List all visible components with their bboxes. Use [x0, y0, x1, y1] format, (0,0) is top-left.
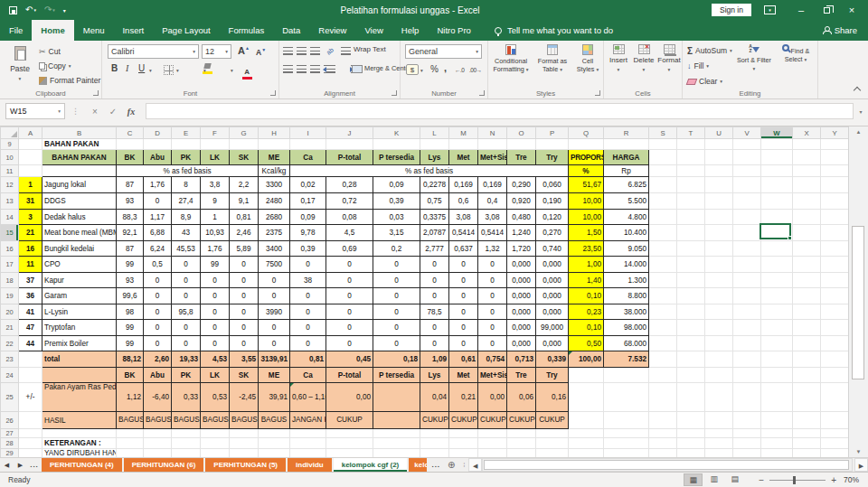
column-header-R[interactable]: R: [604, 127, 649, 139]
cell-S21[interactable]: [649, 320, 677, 336]
cell-D27[interactable]: [144, 429, 172, 438]
cell-Y15[interactable]: [821, 225, 849, 241]
cell-D12[interactable]: 1,76: [144, 177, 172, 193]
cell-F25[interactable]: 0,53: [201, 383, 230, 412]
cell-L17[interactable]: 0: [420, 257, 449, 273]
cell-M16[interactable]: 0,637: [449, 241, 478, 257]
cell-G29[interactable]: [230, 449, 259, 458]
column-header-D[interactable]: D: [144, 127, 172, 139]
cell-V16[interactable]: [733, 241, 761, 257]
borders-icon[interactable]: [164, 65, 174, 75]
cell-C24[interactable]: BK: [117, 368, 144, 383]
cell-Q21[interactable]: 0,10: [569, 320, 604, 336]
cell-T11[interactable]: [677, 165, 705, 177]
cell-C19[interactable]: 99,6: [117, 288, 144, 304]
sheet-overflow-left[interactable]: ...: [27, 458, 42, 472]
cell-O28[interactable]: [507, 438, 536, 449]
ribbon-tab-help[interactable]: Help: [392, 20, 429, 41]
number-format-select[interactable]: General▾: [405, 44, 482, 59]
cell-E17[interactable]: 0: [172, 257, 201, 273]
zoom-level[interactable]: 70%: [844, 475, 868, 484]
sheet-tab-individu[interactable]: individu: [288, 458, 332, 472]
cell-L9[interactable]: [420, 139, 449, 150]
cell-F28[interactable]: [201, 438, 230, 449]
cell-Y16[interactable]: [821, 241, 849, 257]
cell-Q17[interactable]: 1,00: [569, 257, 604, 273]
cell-O14[interactable]: 0,480: [507, 210, 536, 225]
cell-Q13[interactable]: 10,00: [569, 193, 604, 210]
cell-C15[interactable]: 92,1: [117, 225, 144, 241]
ribbon-tab-view[interactable]: View: [355, 20, 392, 41]
merge-center-icon[interactable]: [352, 65, 363, 73]
cell-N26[interactable]: CUKUP: [478, 412, 507, 429]
percent-style-button[interactable]: %: [430, 64, 439, 74]
cell-I28[interactable]: [290, 438, 326, 449]
cell-J10[interactable]: P-total: [326, 150, 373, 165]
cell-G23[interactable]: 3,55: [230, 351, 259, 368]
cell-U11[interactable]: [705, 165, 733, 177]
cell-E20[interactable]: 95,8: [172, 304, 201, 320]
cell-C23[interactable]: 88,12: [117, 351, 144, 368]
cell-O22[interactable]: 0,000: [507, 336, 536, 351]
cell-Y10[interactable]: [821, 150, 849, 165]
cell-C14[interactable]: 88,3: [117, 210, 144, 225]
cell-styles-button[interactable]: Cell Styles ▾: [573, 42, 602, 95]
vertical-scrollbar[interactable]: ▲ ▼: [848, 126, 868, 457]
cell-T23[interactable]: [677, 351, 705, 368]
cell-V11[interactable]: [733, 165, 761, 177]
decrease-indent-icon[interactable]: [324, 65, 335, 73]
cell-P13[interactable]: 0,190: [536, 193, 569, 210]
cell-V21[interactable]: [733, 320, 761, 336]
cell-J17[interactable]: 0: [326, 257, 373, 273]
ribbon-tab-nitro-pro[interactable]: Nitro Pro: [428, 20, 479, 41]
cell-E9[interactable]: [172, 139, 201, 150]
cell-N25[interactable]: 0,00: [478, 383, 507, 412]
column-header-A[interactable]: A: [19, 127, 42, 139]
cell-K15[interactable]: 3,15: [373, 225, 420, 241]
cell-B21[interactable]: Tryptofan: [42, 320, 117, 336]
cell-O15[interactable]: 1,240: [507, 225, 536, 241]
cell-C11[interactable]: % as fed basis: [117, 165, 259, 177]
cell-W19[interactable]: [761, 288, 793, 304]
cell-J18[interactable]: 0: [326, 273, 373, 288]
cell-U18[interactable]: [705, 273, 733, 288]
column-header-Y[interactable]: Y: [821, 127, 849, 139]
cell-B16[interactable]: Bungkil kedelai: [42, 241, 117, 257]
cell-D22[interactable]: 0: [144, 336, 172, 351]
underline-dropdown-icon[interactable]: ▾: [149, 68, 152, 73]
cell-A12[interactable]: 1: [19, 177, 42, 193]
cell-X25[interactable]: [793, 383, 821, 412]
cell-O23[interactable]: 0,713: [507, 351, 536, 368]
cell-P16[interactable]: 0,740: [536, 241, 569, 257]
cell-R20[interactable]: 38.000: [604, 304, 649, 320]
close-button[interactable]: ×: [839, 0, 864, 20]
cell-C29[interactable]: [117, 449, 144, 458]
cell-V10[interactable]: [733, 150, 761, 165]
cell-V9[interactable]: [733, 139, 761, 150]
cell-U26[interactable]: [705, 412, 733, 429]
cell-U28[interactable]: [705, 438, 733, 449]
cell-I20[interactable]: 0: [290, 304, 326, 320]
cell-K26[interactable]: [373, 412, 420, 429]
cell-D13[interactable]: 0: [144, 193, 172, 210]
cell-U9[interactable]: [705, 139, 733, 150]
cell-R22[interactable]: 68.000: [604, 336, 649, 351]
cell-K17[interactable]: 0: [373, 257, 420, 273]
cell-D14[interactable]: 1,17: [144, 210, 172, 225]
cell-F9[interactable]: [201, 139, 230, 150]
cell-R29[interactable]: [604, 449, 649, 458]
cell-B27[interactable]: [42, 429, 117, 438]
cell-G19[interactable]: 0: [230, 288, 259, 304]
cell-W9[interactable]: [761, 139, 793, 150]
cell-A28[interactable]: [19, 438, 42, 449]
cell-Y26[interactable]: [821, 412, 849, 429]
cell-W24[interactable]: [761, 368, 793, 383]
cell-O9[interactable]: [507, 139, 536, 150]
cell-T25[interactable]: [677, 383, 705, 412]
cell-O17[interactable]: 0,000: [507, 257, 536, 273]
column-header-G[interactable]: G: [230, 127, 259, 139]
cell-M19[interactable]: 0: [449, 288, 478, 304]
italic-button[interactable]: I: [126, 63, 128, 73]
cell-K16[interactable]: 0,2: [373, 241, 420, 257]
cell-K10[interactable]: P tersedia: [373, 150, 420, 165]
